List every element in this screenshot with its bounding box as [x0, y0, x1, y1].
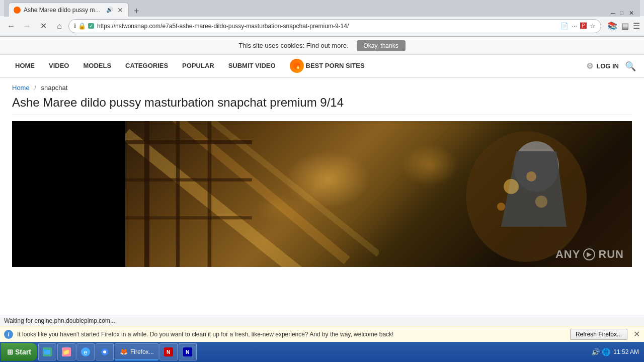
menu-icon[interactable]: ☰: [633, 21, 640, 31]
minimize-button[interactable]: ─: [611, 10, 618, 17]
cookie-bar: This site uses cookies: Find out more. O…: [0, 37, 644, 55]
taskbar: ⊞ Start 📁 e 🦊 Firefox... N N 🔊 🌐 11:52 A…: [0, 342, 644, 362]
page-content: Home / snapchat Ashe Maree dildo pussy m…: [0, 78, 644, 267]
start-button[interactable]: ⊞ Start: [1, 343, 37, 361]
video-black-left: [12, 121, 125, 267]
taskbar-chrome[interactable]: [96, 343, 114, 360]
taskbar-firefox-label: Firefox...: [130, 348, 154, 355]
firefox-bar-message: It looks like you haven't started Firefo…: [17, 331, 393, 338]
firefox-bar-close[interactable]: ✕: [633, 329, 640, 339]
svg-point-5: [504, 179, 519, 194]
svg-rect-19: [43, 349, 47, 351]
site-navigation: HOME VIDEO MODELS CATEGORIES POPULAR SUB…: [0, 55, 644, 78]
tab-audio-icon: 🔊: [106, 7, 113, 13]
firefox-icon: 🦊: [119, 347, 128, 356]
search-icon[interactable]: 🔍: [625, 61, 636, 72]
lock-icon: ✓: [88, 23, 94, 29]
cookie-accept-button[interactable]: Okay, thanks: [357, 40, 406, 51]
page-title: Ashe Maree dildo pussy masturbation snap…: [12, 96, 632, 115]
taskbar-firefox[interactable]: 🦊 Firefox...: [115, 343, 158, 360]
anyrun-suffix: RUN: [598, 248, 624, 261]
firefox-info-icon: i: [4, 330, 13, 339]
ie-icon: e: [81, 347, 90, 356]
info-icon: ℹ: [74, 23, 76, 29]
refresh-firefox-button[interactable]: Refresh Firefox...: [570, 329, 627, 340]
reader-icon[interactable]: 📄: [560, 22, 569, 30]
taskbar-clock[interactable]: 11:52 AM: [613, 348, 639, 355]
pocket-icon[interactable]: 🅿: [580, 22, 587, 30]
anyrun-play-icon: ▶: [583, 248, 595, 260]
bookmark-icon[interactable]: ☆: [590, 22, 596, 30]
best-porn-icon: 🔥: [290, 59, 304, 73]
anyrun-text: ANY: [555, 248, 580, 261]
close-button[interactable]: ✕: [629, 10, 636, 17]
nav-submit-video[interactable]: SUBMIT VIDEO: [221, 55, 283, 78]
explorer-icon: [43, 347, 52, 356]
tab-close-button[interactable]: ✕: [117, 6, 123, 14]
maximize-button[interactable]: □: [620, 10, 627, 17]
nav-video[interactable]: VIDEO: [42, 55, 76, 78]
reload-button[interactable]: ✕: [36, 19, 50, 33]
breadcrumb-separator: /: [34, 84, 36, 92]
status-bar: Waiting for engine.phn.doublepimp.com...: [0, 315, 644, 326]
svg-point-8: [497, 203, 505, 211]
breadcrumb-home-link[interactable]: Home: [12, 84, 30, 92]
back-button[interactable]: ←: [4, 19, 18, 33]
nav-models[interactable]: MODELS: [76, 55, 118, 78]
taskbar-explorer[interactable]: [38, 343, 56, 360]
svg-rect-15: [125, 140, 252, 144]
browser-tab[interactable]: Ashe Maree dildo pussy mastu... 🔊 ✕: [8, 3, 129, 17]
taskbar-folder[interactable]: 📁: [57, 343, 75, 360]
svg-rect-17: [125, 216, 252, 219]
chrome-icon: [100, 347, 109, 356]
new-tab-button[interactable]: +: [132, 6, 141, 17]
video-figure: [461, 126, 592, 267]
home-button[interactable]: ⌂: [52, 19, 66, 33]
security-icon: 🔒: [78, 22, 86, 30]
breadcrumb-current: snapchat: [41, 84, 68, 92]
gear-icon: ⚙: [586, 61, 593, 71]
nav-categories[interactable]: CATEGORIES: [118, 55, 175, 78]
svg-point-21: [103, 350, 106, 353]
cookie-message: This site uses cookies: Find out more.: [238, 42, 348, 49]
sidebar-icon[interactable]: ▤: [621, 21, 629, 31]
start-icon: ⊞: [7, 348, 13, 356]
taskbar-nod32[interactable]: N: [179, 343, 197, 360]
taskbar-right: 🔊 🌐 11:52 AM: [587, 348, 643, 356]
taskbar-network-icon[interactable]: 🌐: [602, 348, 610, 356]
taskbar-norton[interactable]: N: [159, 343, 178, 360]
folder-icon: 📁: [62, 347, 71, 356]
video-frame: [125, 121, 632, 267]
nod32-icon: N: [183, 347, 192, 356]
breadcrumb: Home / snapchat: [12, 84, 632, 92]
firefox-notification-bar: i It looks like you haven't started Fire…: [0, 326, 644, 342]
url-text: https://nsfwonsnap.com/e7a5f-ashe-maree-…: [97, 23, 557, 30]
library-icon[interactable]: 📚: [607, 21, 617, 31]
address-bar[interactable]: ℹ 🔒 ✓ https://nsfwonsnap.com/e7a5f-ashe-…: [68, 19, 601, 33]
tab-favicon: [14, 7, 21, 14]
svg-point-6: [526, 171, 536, 182]
svg-text:🔥: 🔥: [295, 63, 301, 69]
svg-point-7: [535, 196, 547, 208]
status-text: Waiting for engine.phn.doublepimp.com...: [4, 317, 115, 324]
taskbar-speaker-icon[interactable]: 🔊: [591, 348, 600, 356]
nav-best-porn-sites[interactable]: 🔥 BEST PORN SITES: [283, 55, 372, 78]
svg-rect-16: [125, 178, 252, 182]
video-player[interactable]: ANY ▶ RUN: [12, 121, 632, 267]
norton-icon: N: [164, 347, 173, 356]
login-button[interactable]: ⚙ LOG IN: [586, 61, 619, 71]
nav-popular[interactable]: POPULAR: [175, 55, 221, 78]
window-pattern: [125, 121, 379, 267]
more-options-icon[interactable]: ···: [572, 22, 577, 30]
tab-title: Ashe Maree dildo pussy mastu...: [24, 7, 104, 14]
taskbar-ie[interactable]: e: [76, 343, 95, 360]
nav-home[interactable]: HOME: [8, 55, 42, 78]
anyrun-watermark: ANY ▶ RUN: [555, 248, 624, 261]
forward-button[interactable]: →: [20, 19, 34, 33]
